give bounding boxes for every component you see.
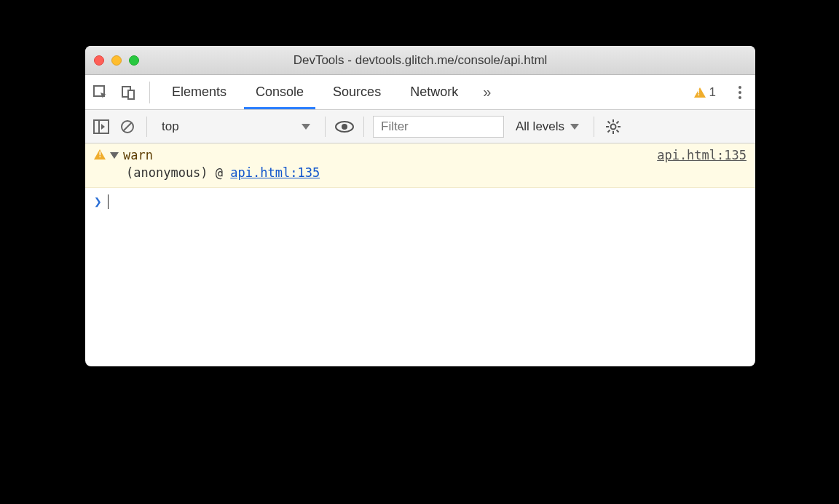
- minimize-window-button[interactable]: [111, 55, 122, 66]
- separator: [363, 117, 364, 137]
- stack-source-link[interactable]: api.html:135: [230, 165, 320, 180]
- main-tabbar: Elements Console Sources Network » 1: [85, 75, 755, 110]
- filter-input[interactable]: [373, 116, 504, 138]
- toggle-console-sidebar-icon[interactable]: [91, 117, 111, 137]
- levels-label: All levels: [516, 119, 564, 134]
- devtools-window: DevTools - devtools.glitch.me/console/ap…: [85, 46, 755, 366]
- live-expression-icon[interactable]: [334, 117, 355, 137]
- svg-line-14: [608, 121, 610, 123]
- tab-sources[interactable]: Sources: [321, 75, 393, 109]
- close-window-button[interactable]: [94, 55, 104, 66]
- separator: [325, 117, 326, 137]
- tab-elements[interactable]: Elements: [160, 75, 238, 109]
- console-prompt[interactable]: ❯: [85, 188, 755, 215]
- svg-point-8: [342, 124, 347, 130]
- svg-line-16: [608, 130, 610, 132]
- traffic-lights: [94, 55, 139, 66]
- settings-menu-button[interactable]: [729, 86, 751, 99]
- warnings-badge[interactable]: 1: [694, 85, 723, 100]
- device-toggle-icon[interactable]: [117, 82, 139, 103]
- context-label: top: [162, 119, 179, 134]
- warning-icon: [94, 149, 106, 160]
- console-message-warn[interactable]: warn api.html:135 (anonymous) @ api.html…: [85, 143, 755, 188]
- more-tabs-button[interactable]: »: [476, 84, 498, 101]
- log-levels-select[interactable]: All levels: [510, 119, 585, 134]
- console-toolbar: top All levels: [85, 110, 755, 143]
- clear-console-icon[interactable]: [117, 117, 138, 137]
- zoom-window-button[interactable]: [129, 55, 139, 66]
- console-settings-icon[interactable]: [603, 117, 623, 137]
- prompt-caret-icon: ❯: [94, 194, 102, 209]
- svg-point-9: [611, 124, 616, 129]
- console-output: warn api.html:135 (anonymous) @ api.html…: [85, 143, 755, 366]
- execution-context-select[interactable]: top: [156, 118, 316, 135]
- svg-line-15: [617, 130, 619, 132]
- window-title: DevTools - devtools.glitch.me/console/ap…: [85, 53, 755, 68]
- tab-network[interactable]: Network: [398, 75, 470, 109]
- svg-rect-2: [128, 90, 134, 99]
- text-cursor: [108, 194, 109, 209]
- svg-line-17: [617, 121, 619, 123]
- stack-prefix: (anonymous) @: [126, 165, 230, 180]
- inspect-element-icon[interactable]: [90, 82, 111, 103]
- separator: [149, 82, 150, 103]
- separator: [594, 117, 594, 137]
- tab-console[interactable]: Console: [244, 75, 315, 109]
- disclosure-triangle-icon[interactable]: [110, 152, 119, 159]
- warning-count: 1: [709, 85, 716, 100]
- window-titlebar: DevTools - devtools.glitch.me/console/ap…: [85, 46, 755, 75]
- log-stack-frame: (anonymous) @ api.html:135: [94, 162, 747, 180]
- log-source-link[interactable]: api.html:135: [657, 148, 747, 162]
- log-message-text: warn: [123, 148, 153, 162]
- chevron-down-icon: [302, 124, 310, 130]
- separator: [146, 117, 147, 137]
- warning-icon: [694, 87, 706, 98]
- chevron-down-icon: [570, 124, 579, 130]
- svg-line-6: [123, 122, 132, 131]
